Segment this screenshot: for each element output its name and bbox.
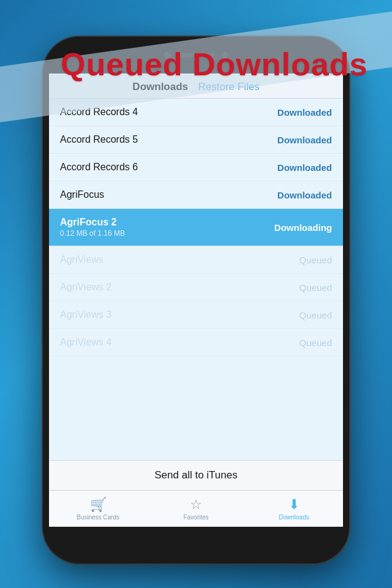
- send-all-itunes-button[interactable]: Send all to iTunes: [49, 460, 343, 490]
- list-item[interactable]: AgriViewsQueued: [49, 246, 343, 274]
- list-item[interactable]: Accord Records 6Downloaded: [49, 154, 343, 181]
- item-name: AgriViews: [60, 254, 104, 265]
- item-name: AgriFocus: [60, 189, 104, 200]
- item-status: Downloaded: [277, 107, 332, 118]
- item-status: Downloaded: [277, 190, 332, 200]
- list-item[interactable]: AgriFocusDownloaded: [49, 181, 343, 209]
- item-status: Queued: [300, 255, 332, 265]
- download-list: Accord Records 4DownloadedAccord Records…: [49, 99, 343, 460]
- item-name: AgriViews 3: [60, 309, 111, 320]
- send-button-label: Send all to iTunes: [154, 469, 237, 481]
- item-left: AgriViews: [60, 254, 104, 265]
- favorites-tab-label: Favorites: [183, 514, 208, 521]
- item-name: Accord Records 5: [60, 134, 138, 145]
- item-name: AgriFocus 2: [60, 217, 125, 228]
- favorites-icon: ☆: [190, 497, 202, 513]
- item-left: AgriFocus: [60, 189, 104, 200]
- tab-item-downloads[interactable]: ⬇Downloads: [245, 491, 343, 527]
- business-cards-icon: 🛒: [90, 497, 107, 513]
- banner-text: Queued Downloads: [61, 46, 368, 83]
- tab-item-favorites[interactable]: ☆Favorites: [147, 491, 245, 527]
- downloads-icon: ⬇: [288, 497, 300, 513]
- item-name: AgriViews 4: [60, 337, 111, 348]
- item-left: AgriViews 3: [60, 309, 111, 320]
- item-left: Accord Records 6: [60, 162, 138, 173]
- item-progress: 0.12 MB of 1.16 MB: [60, 229, 125, 238]
- item-status: Downloaded: [277, 135, 332, 145]
- item-status: Downloading: [274, 222, 332, 233]
- list-item[interactable]: AgriViews 4Queued: [49, 329, 343, 356]
- item-status: Queued: [300, 282, 332, 293]
- business-cards-tab-label: Business Cards: [77, 514, 119, 521]
- item-status: Queued: [300, 337, 332, 348]
- tab-bar: 🛒Business Cards☆Favorites⬇Downloads: [49, 490, 343, 527]
- list-item[interactable]: Accord Records 5Downloaded: [49, 126, 343, 154]
- item-name: AgriViews 2: [60, 282, 111, 293]
- phone-shell: Downloads Restore Files Accord Records 4…: [43, 37, 349, 564]
- list-item[interactable]: AgriFocus 20.12 MB of 1.16 MBDownloading: [49, 209, 343, 246]
- item-left: AgriFocus 20.12 MB of 1.16 MB: [60, 217, 125, 238]
- downloads-tab-label: Downloads: [279, 514, 309, 521]
- list-item[interactable]: AgriViews 2Queued: [49, 274, 343, 301]
- item-status: Downloaded: [277, 162, 332, 173]
- item-left: AgriViews 2: [60, 282, 111, 293]
- tab-item-business-cards[interactable]: 🛒Business Cards: [49, 491, 147, 527]
- item-left: AgriViews 4: [60, 337, 111, 348]
- list-item[interactable]: AgriViews 3Queued: [49, 301, 343, 329]
- item-name: Accord Records 6: [60, 162, 138, 173]
- item-left: Accord Records 5: [60, 134, 138, 145]
- screen: Downloads Restore Files Accord Records 4…: [49, 74, 343, 527]
- item-status: Queued: [300, 310, 332, 320]
